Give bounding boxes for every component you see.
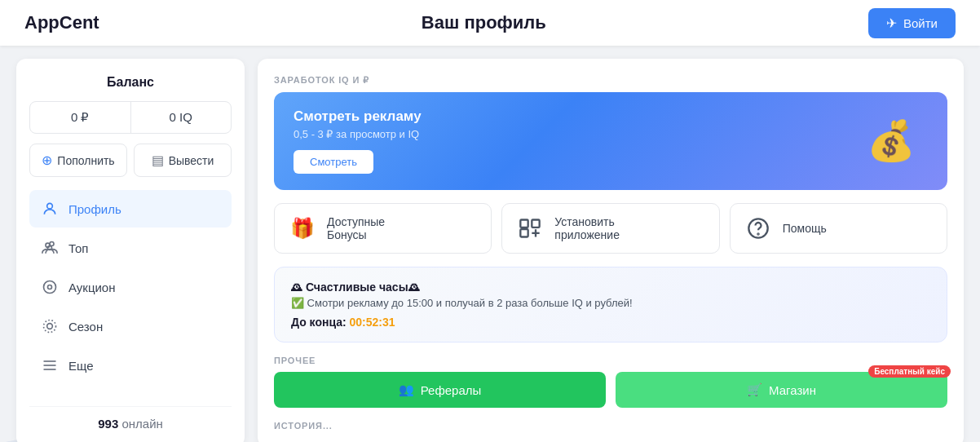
happy-hours-title: 🕰 Счастливые часы🕰 <box>291 281 930 294</box>
svg-point-4 <box>44 281 56 294</box>
happy-hours-timer: До конца: 00:52:31 <box>291 316 930 329</box>
bottom-buttons: 👥 Рефералы Бесплатный кейс 🛒 Магазин <box>274 372 947 408</box>
referrals-button[interactable]: 👥 Рефералы <box>274 372 606 408</box>
help-icon <box>744 217 773 240</box>
balance-row: 0 ₽ 0 IQ <box>29 101 232 134</box>
profile-icon <box>41 200 59 218</box>
sidebar-item-more[interactable]: Еще <box>29 347 232 384</box>
install-icon <box>515 217 545 240</box>
help-label: Помощь <box>783 222 827 235</box>
right-content: ЗАРАБОТОК IQ И ₽ Смотреть рекламу 0,5 - … <box>258 59 964 442</box>
sidebar-item-top-label: Топ <box>68 241 88 255</box>
sidebar-item-auction-label: Аукцион <box>68 281 116 294</box>
history-label: ИСТОРИЯ... <box>274 421 947 431</box>
sidebar-item-more-label: Еще <box>68 359 94 373</box>
auction-icon <box>41 278 59 296</box>
sidebar-item-profile-label: Профиль <box>68 202 121 216</box>
shop-badge: Бесплатный кейс <box>868 365 951 378</box>
sidebar-item-auction[interactable]: Аукцион <box>29 268 232 306</box>
timer-value: 00:52:31 <box>350 316 395 329</box>
svg-point-0 <box>47 203 53 209</box>
shop-button[interactable]: Бесплатный кейс 🛒 Магазин <box>616 372 947 408</box>
feature-bonuses[interactable]: 🎁 Доступные Бонусы <box>274 203 492 254</box>
telegram-icon: ✈ <box>886 15 897 31</box>
ad-card-subtitle: 0,5 - 3 ₽ за просмотр и IQ <box>294 128 854 140</box>
header: AppCent Ваш профиль ✈ Войти <box>0 0 980 46</box>
install-label-1: Установить <box>554 215 620 228</box>
replenish-button[interactable]: ⊕ Пополнить <box>29 144 127 177</box>
svg-point-17 <box>757 233 758 234</box>
svg-point-6 <box>47 324 53 329</box>
withdraw-icon: ▤ <box>152 152 164 168</box>
feature-help[interactable]: Помощь <box>730 203 947 254</box>
login-button[interactable]: ✈ Войти <box>868 8 956 38</box>
svg-rect-11 <box>521 220 528 228</box>
nav-menu: Профиль Топ Аукцион <box>29 190 232 393</box>
svg-rect-13 <box>521 229 528 236</box>
sidebar: Баланс 0 ₽ 0 IQ ⊕ Пополнить ▤ Вывести <box>16 59 245 442</box>
happy-hours-desc: ✅ Смотри рекламу до 15:00 и получай в 2 … <box>291 297 930 309</box>
more-icon <box>41 356 59 374</box>
sidebar-item-top[interactable]: Топ <box>29 229 232 267</box>
ad-card-title: Смотреть рекламу <box>294 108 854 125</box>
svg-point-7 <box>44 320 56 333</box>
main-content: Баланс 0 ₽ 0 IQ ⊕ Пополнить ▤ Вывести <box>0 46 980 442</box>
watch-button[interactable]: Смотреть <box>294 150 373 174</box>
svg-point-2 <box>50 242 54 246</box>
install-label-2: приложение <box>554 228 620 241</box>
bonuses-icon: 🎁 <box>288 217 317 240</box>
history-section: ИСТОРИЯ... <box>274 421 947 431</box>
earn-label: ЗАРАБОТОК IQ И ₽ <box>274 75 947 86</box>
top-icon <box>41 239 59 257</box>
happy-hours-card: 🕰 Счастливые часы🕰 ✅ Смотри рекламу до 1… <box>274 267 947 343</box>
prochee-section: ПРОЧЕЕ 👥 Рефералы Бесплатный кейс 🛒 Мага… <box>274 356 947 408</box>
coin-icon: 💰 <box>867 118 916 164</box>
ad-icon-area: 💰 <box>854 113 928 170</box>
svg-rect-12 <box>532 220 540 228</box>
logo: AppCent <box>24 12 99 33</box>
referrals-icon: 👥 <box>399 382 414 397</box>
balance-rub: 0 ₽ <box>30 102 131 133</box>
features-row: 🎁 Доступные Бонусы Уста <box>274 203 947 254</box>
online-count: 993 онлайн <box>29 406 232 431</box>
bonuses-label-1: Доступные <box>327 215 385 228</box>
bonuses-label-2: Бонусы <box>327 228 385 241</box>
feature-install[interactable]: Установить приложение <box>501 203 719 254</box>
action-row: ⊕ Пополнить ▤ Вывести <box>29 144 232 177</box>
sidebar-item-season[interactable]: Сезон <box>29 307 232 345</box>
earn-section: ЗАРАБОТОК IQ И ₽ Смотреть рекламу 0,5 - … <box>274 75 947 190</box>
balance-title: Баланс <box>29 75 232 90</box>
svg-point-5 <box>48 285 52 290</box>
balance-iq: 0 IQ <box>131 102 232 133</box>
page-title: Ваш профиль <box>422 12 546 33</box>
season-icon <box>41 317 59 335</box>
shop-icon: 🛒 <box>747 382 762 397</box>
prochee-label: ПРОЧЕЕ <box>274 356 947 365</box>
replenish-icon: ⊕ <box>42 152 52 168</box>
sidebar-item-profile[interactable]: Профиль <box>29 190 232 228</box>
ad-card: Смотреть рекламу 0,5 - 3 ₽ за просмотр и… <box>274 92 947 190</box>
sidebar-item-season-label: Сезон <box>68 320 103 334</box>
withdraw-button[interactable]: ▤ Вывести <box>134 144 232 177</box>
